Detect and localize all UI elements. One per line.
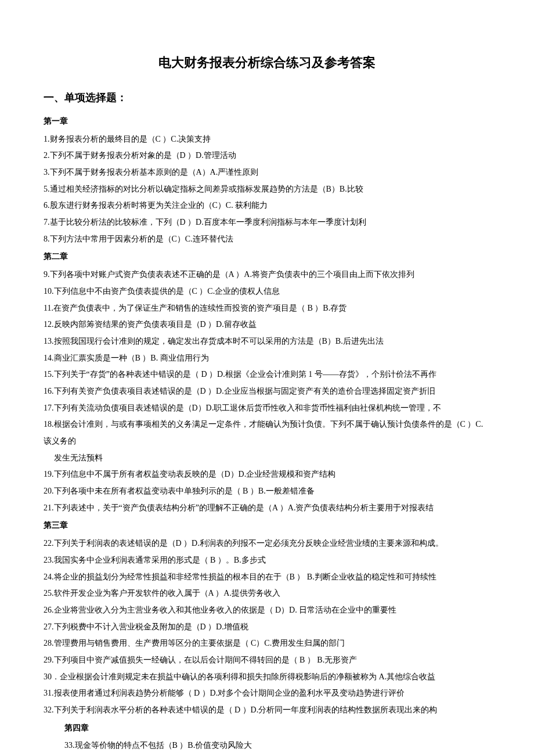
question-28: 28.管理费用与销售费用、生产费用等区分的主要依据是（ C）C.费用发生归属的部…: [44, 635, 490, 652]
question-22: 22.下列关于利润表的表述错误的是（D ）D.利润表的列报不一定必须充分反映企业…: [44, 535, 490, 552]
question-13: 13.按照我国现行会计准则的规定，确定发出存货成本时不可以采用的方法是（B）B.…: [44, 333, 490, 350]
question-29: 29.下列项目中资产减值损失一经确认，在以后会计期间不得转回的是（ B ） B.…: [44, 652, 490, 669]
question-18-line1: 18.根据会计准则，与或有事项相关的义务满足一定条件，才能确认为预计负债。下列不…: [44, 416, 490, 449]
question-19: 19.下列信息中不属于所有者权益变动表反映的是（D）D.企业经营规模和资产结构: [44, 466, 490, 483]
question-1: 1.财务报表分析的最终目的是（C ）C.决策支持: [44, 131, 490, 148]
question-23: 23.我国实务中企业利润表通常采用的形式是（ B ）。B.多步式: [44, 552, 490, 569]
question-6: 6.股东进行财务报表分析时将更为关注企业的（C）C. 获利能力: [44, 197, 490, 214]
question-27: 27.下列税费中不计入营业税金及附加的是（D ）D.增值税: [44, 619, 490, 636]
section-heading: 一、单项选择题：: [44, 87, 490, 109]
question-24: 24.将企业的损益划分为经常性损益和非经常性损益的根本目的在于（B ） B.判断…: [44, 569, 490, 586]
question-33: 33.现金等价物的特点不包括（B ）B.价值变动风险大: [44, 737, 490, 754]
question-14: 14.商业汇票实质是一种（B ）B. 商业信用行为: [44, 350, 490, 367]
chapter-4-heading: 第四章: [44, 720, 490, 737]
question-3: 3.下列不属于财务报表分析基本原则的是（A）A.严谨性原则: [44, 164, 490, 181]
question-16: 16.下列有关资产负债表项目表述错误的是（D ）D.企业应当根据与固定资产有关的…: [44, 383, 490, 400]
question-20: 20.下列各项中未在所有者权益变动表中单独列示的是（ B ）B.一般差错准备: [44, 483, 490, 500]
question-18-line2: 发生无法预料: [44, 450, 490, 467]
question-10: 10.下列信息中不由资产负债表提供的是（C ）C.企业的债权人信息: [44, 283, 490, 300]
question-17: 17.下列有关流动负债项目表述错误的是（D）D.职工退休后货币性收入和非货币性福…: [44, 400, 490, 417]
question-9: 9.下列各项中对账户式资产负债表表述不正确的是（A ）A.将资产负债表中的三个项…: [44, 267, 490, 283]
question-5: 5.通过相关经济指标的对比分析以确定指标之间差异或指标发展趋势的方法是（B）B.…: [44, 181, 490, 198]
chapter-2-heading: 第二章: [44, 249, 490, 265]
question-11: 11.在资产负债表中，为了保证生产和销售的连续性而投资的资产项目是（ B ）B.…: [44, 300, 490, 317]
page-title: 电大财务报表分析综合练习及参考答案: [44, 49, 490, 75]
question-31: 31.报表使用者通过利润表趋势分析能够（ D ）D.对多个会计期间企业的盈利水平…: [44, 685, 490, 702]
question-12: 12.反映内部筹资结果的资产负债表项目是（D ）D.留存收益: [44, 316, 490, 333]
question-25: 25.软件开发企业为客户开发软件的收入属于（A ）A.提供劳务收入: [44, 585, 490, 602]
question-26: 26.企业将营业收入分为主营业务收入和其他业务收入的依据是（ D）D. 日常活动…: [44, 602, 490, 619]
question-30: 30．企业根据会计准则规定未在损益中确认的各项利得和损失扣除所得税影响后的净额被…: [44, 669, 490, 686]
question-32: 32.下列关于利润表水平分析的各种表述中错误的是（ D ）D.分析同一年度利润表…: [44, 702, 490, 719]
question-7: 7.基于比较分析法的比较标准，下列（D ）D.百度本年一季度利润指标与本年一季度…: [44, 214, 490, 231]
chapter-1-heading: 第一章: [44, 113, 490, 130]
question-21: 21.下列表述中，关于“资产负债表结构分析”的理解不正确的是（A ）A.资产负债…: [44, 500, 490, 517]
chapter-3-heading: 第三章: [44, 517, 490, 534]
question-15: 15.下列关于“存货”的各种表述中错误的是（ D ）D.根据《企业会计准则第 1…: [44, 366, 490, 383]
question-8: 8.下列方法中常用于因素分析的是（C）C.连环替代法: [44, 231, 490, 248]
question-2: 2.下列不属于财务报表分析对象的是（D ）D.管理活动: [44, 147, 490, 164]
